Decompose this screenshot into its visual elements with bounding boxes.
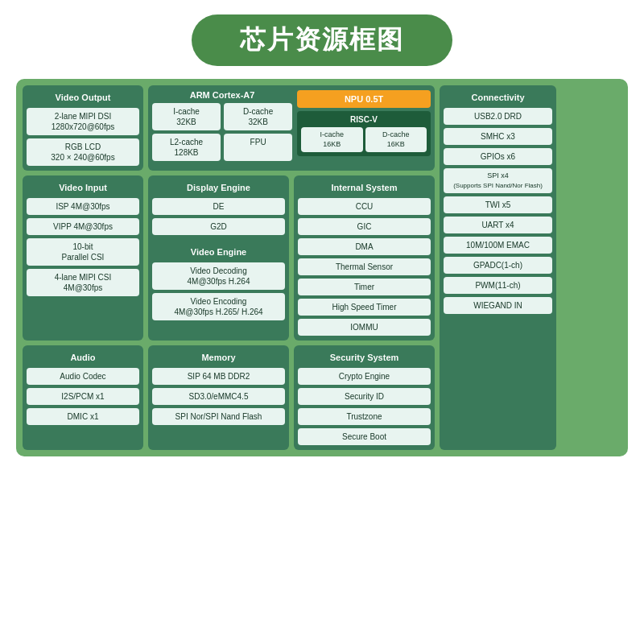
chip-diagram: Video Output 2-lane MIPI DSI1280x720@60f… (16, 79, 628, 456)
arm-cache-row2: L2-cache128KB FPU (152, 134, 292, 161)
cell-trustzone: Trustzone (298, 408, 431, 425)
cell-mipi-csi: 4-lane MIPI CSI4M@30fps (27, 269, 139, 296)
arm-block: ARM Cortex-A7 I-cache32KB D-cache32KB L2… (152, 90, 292, 161)
arm-title: ARM Cortex-A7 (152, 90, 292, 100)
section-video-input: Video Input ISP 4M@30fps VIPP 4M@30fps 1… (23, 175, 143, 341)
cell-thermal-sensor: Thermal Sensor (298, 258, 431, 275)
cell-sd-emmc: SD3.0/eMMC4.5 (152, 388, 285, 405)
section-display-video: Display Engine DE G2D Video Engine Video… (148, 175, 289, 341)
riscv-block: RISC-V I-cache16KB D-cache16KB (297, 111, 431, 156)
cell-sip-ddr2: SIP 64 MB DDR2 (152, 368, 285, 385)
riscv-title: RISC-V (301, 115, 427, 124)
cell-gpios: GPIOs x6 (444, 148, 552, 165)
section-memory: Memory SIP 64 MB DDR2 SD3.0/eMMC4.5 SPI … (148, 345, 289, 450)
cell-smhc: SMHC x3 (444, 128, 552, 145)
section-security: Security System Crypto Engine Security I… (294, 345, 435, 450)
cell-dma: DMA (298, 238, 431, 255)
cell-mipi-dsi: 2-lane MIPI DSI1280x720@60fps (27, 108, 139, 135)
riscv-cache-row: I-cache16KB D-cache16KB (301, 127, 427, 152)
cell-fpu: FPU (224, 134, 292, 161)
cell-vipp: VIPP 4M@30fps (27, 218, 139, 235)
cell-twi: TWI x5 (444, 196, 552, 213)
section-connectivity: Connectivity USB2.0 DRD SMHC x3 GPIOs x6… (440, 85, 556, 450)
cell-dmic: DMIC x1 (27, 408, 139, 425)
cell-l2cache: L2-cache128KB (152, 134, 221, 161)
cell-video-decoding: Video Decoding4M@30fps H.264 (152, 262, 285, 290)
cell-usb2drd: USB2.0 DRD (444, 108, 552, 125)
cell-emac: 10M/100M EMAC (444, 237, 552, 254)
cell-i2s-pcm: I2S/PCM x1 (27, 388, 139, 405)
audio-title: Audio (27, 350, 139, 365)
cell-high-speed-timer: High Speed Timer (298, 299, 431, 316)
arm-npu-top: ARM Cortex-A7 I-cache32KB D-cache32KB L2… (152, 90, 431, 161)
cell-parallel-csi: 10-bitParallel CSI (27, 238, 139, 266)
cell-rgb-lcd: RGB LCD320 × 240@60fps (27, 138, 139, 166)
cell-wiegand: WIEGAND IN (444, 297, 552, 314)
connectivity-title: Connectivity (444, 90, 552, 105)
cell-pwm: PWM(11-ch) (444, 277, 552, 294)
cell-secure-boot: Secure Boot (298, 428, 431, 445)
internal-system-title: Internal System (298, 180, 431, 195)
page-wrapper: 芯片资源框图 Video Output 2-lane MIPI DSI1280x… (0, 0, 644, 644)
security-title: Security System (298, 350, 431, 365)
cell-security-id: Security ID (298, 388, 431, 405)
display-engine-title: Display Engine (152, 180, 285, 195)
video-input-title: Video Input (27, 180, 139, 195)
cell-icache-16: I-cache16KB (301, 127, 362, 152)
cell-gpadc: GPADC(1-ch) (444, 257, 552, 274)
section-video-output: Video Output 2-lane MIPI DSI1280x720@60f… (23, 85, 143, 171)
cell-video-encoding: Video Encoding4M@30fps H.265/ H.264 (152, 293, 285, 320)
cell-spi-flash: SPI Nor/SPI Nand Flash (152, 408, 285, 425)
npu-title-cell: NPU 0.5T (297, 90, 431, 108)
cell-g2d: G2D (152, 218, 285, 235)
section-internal-system: Internal System CCU GIC DMA Thermal Sens… (294, 175, 435, 341)
cell-dcache-32: D-cache32KB (224, 103, 292, 130)
cell-gic: GIC (298, 218, 431, 235)
video-output-title: Video Output (27, 90, 139, 105)
cell-timer: Timer (298, 279, 431, 295)
cell-ccu: CCU (298, 198, 431, 215)
cell-isp: ISP 4M@30fps (27, 198, 139, 215)
arm-npu-section: ARM Cortex-A7 I-cache32KB D-cache32KB L2… (148, 85, 435, 171)
page-title: 芯片资源框图 (240, 23, 404, 58)
cell-de: DE (152, 198, 285, 215)
cell-crypto: Crypto Engine (298, 368, 431, 385)
cell-spi: SPI x4(Supports SPI Nand/Nor Flash) (444, 168, 552, 193)
cell-iommu: IOMMU (298, 319, 431, 336)
section-audio: Audio Audio Codec I2S/PCM x1 DMIC x1 (23, 345, 143, 450)
cell-uart: UART x4 (444, 217, 552, 233)
npu-block: NPU 0.5T RISC-V I-cache16KB D-cache16KB (297, 90, 431, 161)
title-banner: 芯片资源框图 (192, 14, 452, 66)
cell-dcache-16: D-cache16KB (365, 127, 427, 152)
video-engine-title: Video Engine (152, 245, 285, 259)
memory-title: Memory (152, 350, 285, 365)
arm-cache-row1: I-cache32KB D-cache32KB (152, 103, 292, 130)
cell-icache-32: I-cache32KB (152, 103, 221, 130)
cell-audio-codec: Audio Codec (27, 368, 139, 385)
